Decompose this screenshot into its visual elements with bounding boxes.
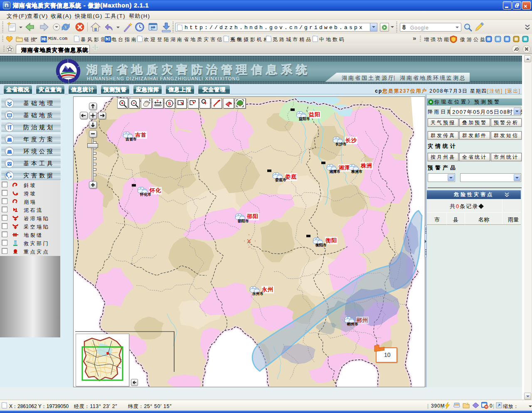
svg-text:S: S bbox=[168, 101, 171, 106]
svg-text:?: ? bbox=[156, 99, 159, 103]
